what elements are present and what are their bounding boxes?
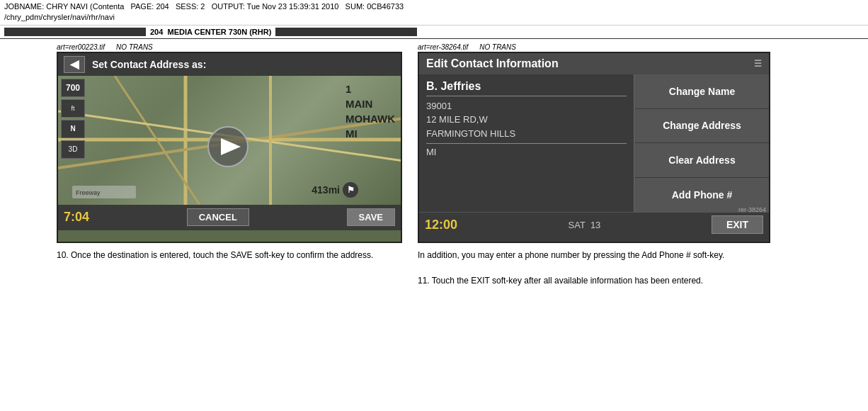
edit-date: SAT 13 — [569, 220, 601, 230]
edit-screen-title: Edit Contact Information — [426, 57, 559, 70]
nav-address-display: 1 MAIN MOHAWK MI — [346, 81, 395, 141]
watermark: rer-38264 — [738, 206, 766, 213]
right-no-trans: NO TRANS — [479, 43, 516, 51]
nav-screen: ◀ Set Contact Address as: — [57, 52, 402, 243]
left-panel: art=rer00223.tif NO TRANS ◀ Set Contact … — [57, 43, 404, 287]
section-header: 204 MEDIA CENTER 730N (RHR) — [0, 26, 868, 39]
section-bar-left — [4, 28, 146, 36]
right-caption-para2: 11. Touch the EXIT soft-key after all av… — [418, 274, 770, 287]
section-title: MEDIA CENTER 730N (RHR) — [167, 28, 271, 36]
contact-name: B. Jeffries — [426, 80, 627, 96]
edit-header: Edit Contact Information ☰ — [419, 53, 769, 74]
edit-contact-info: B. Jeffries 39001 12 MILE RD,W FARMINGTO… — [419, 74, 634, 212]
distance-value: 413mi — [312, 184, 340, 196]
nav-time: 7:04 — [64, 210, 89, 225]
header-jobname: JOBNAME: CHRY NAVI (Contenta — [4, 2, 124, 11]
save-button[interactable]: SAVE — [347, 208, 395, 226]
right-caption1: In addition, you may enter a phone numbe… — [418, 249, 770, 287]
left-no-trans: NO TRANS — [116, 43, 153, 51]
nav-map-area: Freeway 700 ft N 3D — [58, 76, 401, 205]
nav-distance: 413mi ⚑ — [312, 182, 358, 198]
change-address-button[interactable]: Change Address — [635, 109, 769, 144]
edit-date-num: 13 — [590, 220, 600, 230]
left-caption: 10. Once the destination is entered, tou… — [57, 249, 402, 261]
zoom-level: 700 — [66, 83, 80, 93]
nav-addr-line4: MI — [346, 126, 395, 141]
nav-3d-label: 3D — [69, 145, 78, 153]
nav-3d-btn[interactable]: 3D — [61, 140, 85, 159]
exit-button[interactable]: EXIT — [712, 215, 763, 234]
header-sess: SESS: 2 — [176, 2, 205, 11]
edit-action-buttons: Change Name Change Address Clear Address… — [634, 74, 769, 212]
nav-screen-title: Set Contact Address as: — [92, 59, 206, 70]
zip-code: 39001 — [426, 99, 627, 113]
edit-screen: Edit Contact Information ☰ B. Jeffries 3… — [418, 52, 770, 243]
svg-text:Freeway: Freeway — [76, 189, 101, 196]
address-line3: MI — [426, 145, 627, 159]
nav-screen-header: ◀ Set Contact Address as: — [58, 53, 401, 76]
nav-compass-btn[interactable]: N — [61, 120, 85, 138]
nav-zoom-display: 700 — [61, 79, 85, 97]
header-sum: SUM: 0CB46733 — [346, 2, 404, 11]
nav-addr-line3: MOHAWK — [346, 111, 395, 126]
bookmark-icon: ⚑ — [343, 182, 358, 198]
nav-zoom-unit: ft — [61, 99, 85, 118]
header-page: PAGE: 204 — [131, 2, 169, 11]
clear-address-button[interactable]: Clear Address — [635, 143, 769, 178]
section-number: 204 — [150, 28, 163, 36]
header-bar: JOBNAME: CHRY NAVI (Contenta PAGE: 204 S… — [0, 0, 868, 26]
edit-footer: 12:00 SAT 13 EXIT — [419, 212, 769, 237]
left-art-filename: art=rer00223.tif — [57, 43, 105, 51]
nav-addr-line2: MAIN — [346, 96, 395, 111]
edit-body: B. Jeffries 39001 12 MILE RD,W FARMINGTO… — [419, 74, 769, 212]
right-art-label: art=rer-38264.tif NO TRANS — [418, 43, 772, 51]
cancel-button[interactable]: CANCEL — [187, 208, 249, 226]
main-content: art=rer00223.tif NO TRANS ◀ Set Contact … — [0, 40, 868, 290]
nav-back-button[interactable]: ◀ — [64, 56, 85, 73]
address-line1: 12 MILE RD,W — [426, 113, 627, 127]
nav-addr-line1: 1 — [346, 81, 395, 96]
address-line2: FARMINGTON HILLS — [426, 127, 627, 145]
right-art-filename: art=rer-38264.tif — [418, 43, 468, 51]
compass-label: N — [70, 125, 75, 133]
edit-day: SAT — [569, 220, 586, 230]
left-art-label: art=rer00223.tif NO TRANS — [57, 43, 404, 51]
nav-footer: 7:04 CANCEL SAVE — [58, 205, 401, 230]
change-name-button[interactable]: Change Name — [635, 74, 769, 109]
nav-left-controls: 700 ft N 3D — [61, 76, 85, 159]
section-bar-right — [275, 28, 417, 36]
edit-header-icon: ☰ — [754, 59, 762, 69]
header-output: OUTPUT: Tue Nov 23 15:39:31 2010 — [212, 2, 339, 11]
right-panel: art=rer-38264.tif NO TRANS Edit Contact … — [418, 43, 772, 287]
zoom-unit-label: ft — [71, 105, 74, 112]
edit-time: 12:00 — [425, 218, 457, 232]
right-caption-para1: In addition, you may enter a phone numbe… — [418, 249, 770, 261]
header-path: /chry_pdm/chrysler/navi/rhr/navi — [4, 13, 115, 21]
